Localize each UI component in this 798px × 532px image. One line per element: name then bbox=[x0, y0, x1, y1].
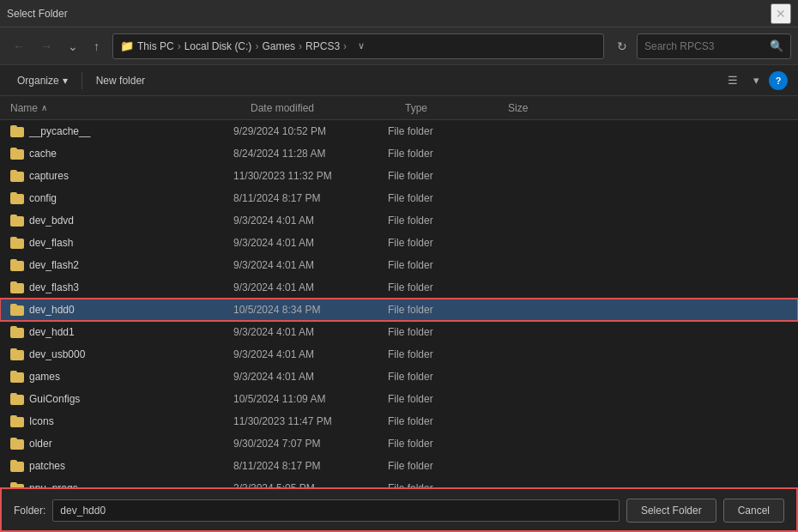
file-type-cell: File folder bbox=[388, 148, 491, 160]
table-row[interactable]: cache 8/24/2024 11:28 AM File folder bbox=[0, 142, 798, 165]
table-row[interactable]: dev_flash3 9/3/2024 4:01 AM File folder bbox=[0, 276, 798, 299]
table-row[interactable]: ppu_progs 2/3/2024 5:05 PM File folder bbox=[0, 477, 798, 487]
table-row[interactable]: dev_hdd0 10/5/2024 8:34 PM File folder bbox=[0, 299, 798, 321]
folder-icon bbox=[10, 259, 24, 271]
file-name-cell: dev_flash bbox=[10, 237, 233, 249]
cancel-button[interactable]: Cancel bbox=[723, 499, 784, 523]
view-dropdown-button[interactable]: ▾ bbox=[747, 70, 765, 90]
forward-button[interactable]: → bbox=[34, 35, 58, 57]
table-row[interactable]: __pycache__ 9/29/2024 10:52 PM File fold… bbox=[0, 120, 798, 142]
back-button[interactable]: ← bbox=[7, 35, 31, 57]
organize-label: Organize bbox=[17, 75, 59, 87]
file-name-cell: dev_hdd1 bbox=[10, 326, 233, 338]
file-name-cell: Icons bbox=[10, 415, 233, 427]
file-name-cell: games bbox=[10, 371, 233, 383]
folder-icon bbox=[10, 215, 24, 227]
file-date-cell: 9/3/2024 4:01 AM bbox=[233, 259, 388, 271]
table-row[interactable]: dev_flash 9/3/2024 4:01 AM File folder bbox=[0, 232, 798, 254]
col-header-name[interactable]: Name ∧ bbox=[10, 102, 251, 114]
folder-icon bbox=[10, 482, 24, 487]
file-name-cell: dev_usb000 bbox=[10, 348, 233, 360]
toolbar: Organize ▾ New folder ☰ ▾ ? bbox=[0, 65, 798, 96]
table-row[interactable]: dev_bdvd 9/3/2024 4:01 AM File folder bbox=[0, 209, 798, 232]
table-row[interactable]: config 8/11/2024 8:17 PM File folder bbox=[0, 187, 798, 209]
folder-icon bbox=[10, 304, 24, 316]
file-type-cell: File folder bbox=[388, 237, 491, 249]
col-header-date[interactable]: Date modified bbox=[251, 102, 405, 114]
folder-icon bbox=[10, 170, 24, 182]
file-date-cell: 11/30/2023 11:47 PM bbox=[233, 415, 388, 427]
file-type-cell: File folder bbox=[388, 259, 491, 271]
search-icon: 🔍 bbox=[770, 39, 783, 52]
folder-icon bbox=[10, 371, 24, 383]
new-folder-button[interactable]: New folder bbox=[89, 72, 152, 89]
file-type-cell: File folder bbox=[388, 371, 491, 383]
folder-icon bbox=[10, 393, 24, 405]
file-name-cell: dev_hdd0 bbox=[10, 304, 233, 316]
file-date-cell: 9/3/2024 4:01 AM bbox=[233, 371, 388, 383]
address-dropdown-button[interactable]: ∨ bbox=[352, 36, 371, 56]
table-row[interactable]: older 9/30/2024 7:07 PM File folder bbox=[0, 432, 798, 455]
sort-arrow-icon: ∧ bbox=[41, 103, 47, 112]
folder-icon bbox=[10, 148, 24, 160]
folder-input[interactable] bbox=[52, 499, 620, 522]
refresh-button[interactable]: ↻ bbox=[611, 35, 633, 57]
file-name-cell: dev_bdvd bbox=[10, 215, 233, 227]
file-name-cell: older bbox=[10, 438, 233, 450]
table-row[interactable]: games 9/3/2024 4:01 AM File folder bbox=[0, 366, 798, 388]
select-folder-button[interactable]: Select Folder bbox=[626, 499, 716, 523]
file-date-cell: 10/5/2024 11:09 AM bbox=[233, 393, 388, 405]
file-name-cell: GuiConfigs bbox=[10, 393, 233, 405]
file-date-cell: 9/29/2024 10:52 PM bbox=[233, 125, 388, 137]
address-bar[interactable]: 📁 This PC › Local Disk (C:) › Games › RP… bbox=[112, 33, 604, 59]
table-row[interactable]: dev_hdd1 9/3/2024 4:01 AM File folder bbox=[0, 321, 798, 343]
table-row[interactable]: dev_usb000 9/3/2024 4:01 AM File folder bbox=[0, 343, 798, 366]
title-bar: Select Folder ✕ bbox=[0, 0, 798, 27]
file-name-cell: __pycache__ bbox=[10, 125, 233, 137]
table-row[interactable]: dev_flash2 9/3/2024 4:01 AM File folder bbox=[0, 254, 798, 276]
file-type-cell: File folder bbox=[388, 393, 491, 405]
organize-dropdown-icon: ▾ bbox=[63, 75, 68, 87]
file-type-cell: File folder bbox=[388, 438, 491, 450]
nav-bar: ← → ⌄ ↑ 📁 This PC › Local Disk (C:) › Ga… bbox=[0, 27, 798, 65]
help-button[interactable]: ? bbox=[769, 71, 788, 90]
file-date-cell: 8/11/2024 8:17 PM bbox=[233, 192, 388, 204]
list-wrapper: __pycache__ 9/29/2024 10:52 PM File fold… bbox=[0, 120, 798, 487]
toolbar-separator bbox=[82, 72, 82, 89]
file-name-cell: patches bbox=[10, 460, 233, 472]
view-button[interactable]: ☰ bbox=[722, 70, 744, 90]
table-row[interactable]: patches 8/11/2024 8:17 PM File folder bbox=[0, 455, 798, 477]
search-input[interactable] bbox=[644, 40, 766, 52]
table-row[interactable]: GuiConfigs 10/5/2024 11:09 AM File folde… bbox=[0, 388, 798, 410]
file-date-cell: 9/30/2024 7:07 PM bbox=[233, 438, 388, 450]
dialog-title: Select Folder bbox=[7, 8, 68, 20]
file-type-cell: File folder bbox=[388, 415, 491, 427]
organize-button[interactable]: Organize ▾ bbox=[10, 72, 75, 89]
file-type-cell: File folder bbox=[388, 326, 491, 338]
dropdown-button[interactable]: ⌄ bbox=[62, 35, 84, 57]
column-headers: Name ∧ Date modified Type Size bbox=[0, 96, 798, 120]
bottom-panel: Folder: Select Folder Cancel bbox=[0, 487, 798, 532]
file-name-cell: cache bbox=[10, 148, 233, 160]
file-type-cell: File folder bbox=[388, 304, 491, 316]
folder-icon bbox=[10, 415, 24, 427]
folder-icon bbox=[10, 125, 24, 137]
file-type-cell: File folder bbox=[388, 281, 491, 293]
file-type-cell: File folder bbox=[388, 215, 491, 227]
up-button[interactable]: ↑ bbox=[88, 35, 106, 57]
table-row[interactable]: captures 11/30/2023 11:32 PM File folder bbox=[0, 165, 798, 187]
file-name-cell: captures bbox=[10, 170, 233, 182]
new-folder-label: New folder bbox=[96, 75, 145, 87]
col-header-type[interactable]: Type bbox=[405, 102, 508, 114]
breadcrumb: This PC › Local Disk (C:) › Games › RPCS… bbox=[137, 40, 348, 52]
table-row[interactable]: Icons 11/30/2023 11:47 PM File folder bbox=[0, 410, 798, 432]
col-header-size[interactable]: Size bbox=[508, 102, 577, 114]
close-button[interactable]: ✕ bbox=[771, 3, 791, 24]
file-date-cell: 9/3/2024 4:01 AM bbox=[233, 215, 388, 227]
file-type-cell: File folder bbox=[388, 170, 491, 182]
file-date-cell: 9/3/2024 4:01 AM bbox=[233, 237, 388, 249]
file-date-cell: 9/3/2024 4:01 AM bbox=[233, 281, 388, 293]
file-date-cell: 9/3/2024 4:01 AM bbox=[233, 348, 388, 360]
toolbar-right: ☰ ▾ ? bbox=[722, 70, 788, 90]
search-box[interactable]: 🔍 bbox=[637, 33, 791, 59]
